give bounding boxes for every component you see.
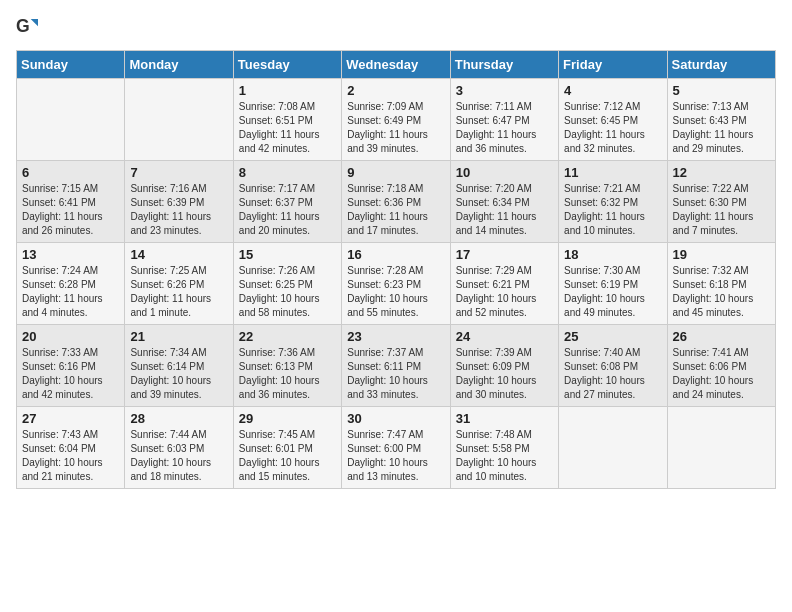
day-content: Sunrise: 7:24 AM Sunset: 6:28 PM Dayligh…: [22, 264, 119, 320]
logo-icon: G: [16, 16, 38, 38]
calendar-body: 1Sunrise: 7:08 AM Sunset: 6:51 PM Daylig…: [17, 79, 776, 489]
day-content: Sunrise: 7:21 AM Sunset: 6:32 PM Dayligh…: [564, 182, 661, 238]
calendar-header-saturday: Saturday: [667, 51, 775, 79]
day-number: 9: [347, 165, 444, 180]
day-content: Sunrise: 7:34 AM Sunset: 6:14 PM Dayligh…: [130, 346, 227, 402]
day-number: 5: [673, 83, 770, 98]
day-content: Sunrise: 7:17 AM Sunset: 6:37 PM Dayligh…: [239, 182, 336, 238]
day-content: Sunrise: 7:45 AM Sunset: 6:01 PM Dayligh…: [239, 428, 336, 484]
calendar-cell: 13Sunrise: 7:24 AM Sunset: 6:28 PM Dayli…: [17, 243, 125, 325]
day-content: Sunrise: 7:15 AM Sunset: 6:41 PM Dayligh…: [22, 182, 119, 238]
day-number: 4: [564, 83, 661, 98]
calendar-week-1: 1Sunrise: 7:08 AM Sunset: 6:51 PM Daylig…: [17, 79, 776, 161]
day-number: 21: [130, 329, 227, 344]
svg-text:G: G: [16, 16, 30, 36]
calendar-header-tuesday: Tuesday: [233, 51, 341, 79]
calendar-cell: 17Sunrise: 7:29 AM Sunset: 6:21 PM Dayli…: [450, 243, 558, 325]
calendar-cell: 1Sunrise: 7:08 AM Sunset: 6:51 PM Daylig…: [233, 79, 341, 161]
calendar-cell: 9Sunrise: 7:18 AM Sunset: 6:36 PM Daylig…: [342, 161, 450, 243]
calendar-cell: 2Sunrise: 7:09 AM Sunset: 6:49 PM Daylig…: [342, 79, 450, 161]
page-header: G: [16, 16, 776, 38]
day-content: Sunrise: 7:43 AM Sunset: 6:04 PM Dayligh…: [22, 428, 119, 484]
calendar-cell: 3Sunrise: 7:11 AM Sunset: 6:47 PM Daylig…: [450, 79, 558, 161]
calendar-header-friday: Friday: [559, 51, 667, 79]
day-number: 22: [239, 329, 336, 344]
calendar-cell: 16Sunrise: 7:28 AM Sunset: 6:23 PM Dayli…: [342, 243, 450, 325]
day-content: Sunrise: 7:13 AM Sunset: 6:43 PM Dayligh…: [673, 100, 770, 156]
calendar-week-2: 6Sunrise: 7:15 AM Sunset: 6:41 PM Daylig…: [17, 161, 776, 243]
calendar-header-wednesday: Wednesday: [342, 51, 450, 79]
day-content: Sunrise: 7:40 AM Sunset: 6:08 PM Dayligh…: [564, 346, 661, 402]
calendar-cell: 22Sunrise: 7:36 AM Sunset: 6:13 PM Dayli…: [233, 325, 341, 407]
day-content: Sunrise: 7:18 AM Sunset: 6:36 PM Dayligh…: [347, 182, 444, 238]
day-number: 14: [130, 247, 227, 262]
day-number: 15: [239, 247, 336, 262]
calendar-cell: 23Sunrise: 7:37 AM Sunset: 6:11 PM Dayli…: [342, 325, 450, 407]
day-content: Sunrise: 7:09 AM Sunset: 6:49 PM Dayligh…: [347, 100, 444, 156]
calendar-cell: 10Sunrise: 7:20 AM Sunset: 6:34 PM Dayli…: [450, 161, 558, 243]
day-content: Sunrise: 7:37 AM Sunset: 6:11 PM Dayligh…: [347, 346, 444, 402]
calendar-cell: 4Sunrise: 7:12 AM Sunset: 6:45 PM Daylig…: [559, 79, 667, 161]
logo: G: [16, 16, 40, 38]
calendar-cell: [125, 79, 233, 161]
calendar-cell: 27Sunrise: 7:43 AM Sunset: 6:04 PM Dayli…: [17, 407, 125, 489]
calendar-cell: [17, 79, 125, 161]
day-number: 10: [456, 165, 553, 180]
day-number: 8: [239, 165, 336, 180]
calendar-cell: 25Sunrise: 7:40 AM Sunset: 6:08 PM Dayli…: [559, 325, 667, 407]
calendar-cell: [559, 407, 667, 489]
day-number: 30: [347, 411, 444, 426]
calendar-cell: 21Sunrise: 7:34 AM Sunset: 6:14 PM Dayli…: [125, 325, 233, 407]
day-number: 11: [564, 165, 661, 180]
day-number: 20: [22, 329, 119, 344]
day-number: 31: [456, 411, 553, 426]
day-number: 6: [22, 165, 119, 180]
day-number: 13: [22, 247, 119, 262]
day-content: Sunrise: 7:33 AM Sunset: 6:16 PM Dayligh…: [22, 346, 119, 402]
day-number: 24: [456, 329, 553, 344]
day-content: Sunrise: 7:16 AM Sunset: 6:39 PM Dayligh…: [130, 182, 227, 238]
calendar-week-4: 20Sunrise: 7:33 AM Sunset: 6:16 PM Dayli…: [17, 325, 776, 407]
day-number: 18: [564, 247, 661, 262]
calendar-cell: 24Sunrise: 7:39 AM Sunset: 6:09 PM Dayli…: [450, 325, 558, 407]
day-number: 25: [564, 329, 661, 344]
day-number: 17: [456, 247, 553, 262]
day-number: 26: [673, 329, 770, 344]
calendar-cell: 11Sunrise: 7:21 AM Sunset: 6:32 PM Dayli…: [559, 161, 667, 243]
calendar-cell: 5Sunrise: 7:13 AM Sunset: 6:43 PM Daylig…: [667, 79, 775, 161]
day-number: 2: [347, 83, 444, 98]
day-number: 28: [130, 411, 227, 426]
day-content: Sunrise: 7:12 AM Sunset: 6:45 PM Dayligh…: [564, 100, 661, 156]
calendar-header-row: SundayMondayTuesdayWednesdayThursdayFrid…: [17, 51, 776, 79]
day-number: 19: [673, 247, 770, 262]
day-content: Sunrise: 7:41 AM Sunset: 6:06 PM Dayligh…: [673, 346, 770, 402]
day-content: Sunrise: 7:30 AM Sunset: 6:19 PM Dayligh…: [564, 264, 661, 320]
calendar-cell: 14Sunrise: 7:25 AM Sunset: 6:26 PM Dayli…: [125, 243, 233, 325]
day-content: Sunrise: 7:08 AM Sunset: 6:51 PM Dayligh…: [239, 100, 336, 156]
calendar-week-5: 27Sunrise: 7:43 AM Sunset: 6:04 PM Dayli…: [17, 407, 776, 489]
calendar-cell: 28Sunrise: 7:44 AM Sunset: 6:03 PM Dayli…: [125, 407, 233, 489]
day-number: 16: [347, 247, 444, 262]
day-content: Sunrise: 7:28 AM Sunset: 6:23 PM Dayligh…: [347, 264, 444, 320]
calendar-cell: 8Sunrise: 7:17 AM Sunset: 6:37 PM Daylig…: [233, 161, 341, 243]
day-content: Sunrise: 7:39 AM Sunset: 6:09 PM Dayligh…: [456, 346, 553, 402]
calendar-week-3: 13Sunrise: 7:24 AM Sunset: 6:28 PM Dayli…: [17, 243, 776, 325]
svg-marker-1: [31, 19, 38, 26]
calendar-cell: 29Sunrise: 7:45 AM Sunset: 6:01 PM Dayli…: [233, 407, 341, 489]
calendar-cell: 7Sunrise: 7:16 AM Sunset: 6:39 PM Daylig…: [125, 161, 233, 243]
day-number: 23: [347, 329, 444, 344]
day-content: Sunrise: 7:48 AM Sunset: 5:58 PM Dayligh…: [456, 428, 553, 484]
calendar-cell: 15Sunrise: 7:26 AM Sunset: 6:25 PM Dayli…: [233, 243, 341, 325]
calendar-cell: 30Sunrise: 7:47 AM Sunset: 6:00 PM Dayli…: [342, 407, 450, 489]
calendar-cell: 26Sunrise: 7:41 AM Sunset: 6:06 PM Dayli…: [667, 325, 775, 407]
day-number: 1: [239, 83, 336, 98]
calendar-cell: 12Sunrise: 7:22 AM Sunset: 6:30 PM Dayli…: [667, 161, 775, 243]
day-number: 7: [130, 165, 227, 180]
calendar-cell: 18Sunrise: 7:30 AM Sunset: 6:19 PM Dayli…: [559, 243, 667, 325]
calendar-header-sunday: Sunday: [17, 51, 125, 79]
calendar-header-monday: Monday: [125, 51, 233, 79]
day-content: Sunrise: 7:26 AM Sunset: 6:25 PM Dayligh…: [239, 264, 336, 320]
day-content: Sunrise: 7:20 AM Sunset: 6:34 PM Dayligh…: [456, 182, 553, 238]
day-number: 27: [22, 411, 119, 426]
day-content: Sunrise: 7:29 AM Sunset: 6:21 PM Dayligh…: [456, 264, 553, 320]
